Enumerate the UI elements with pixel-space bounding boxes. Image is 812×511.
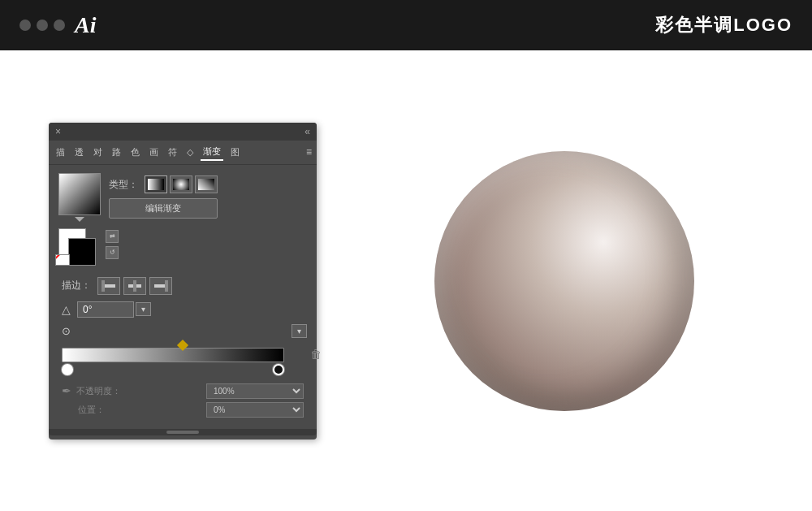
stroke-btn-1[interactable] [97, 277, 120, 295]
maximize-button[interactable] [54, 19, 65, 31]
gradient-panel: × « 描 透 对 路 色 画 符 ◇ 渐变 图 ≡ [49, 123, 317, 440]
main-content: × « 描 透 对 路 色 画 符 ◇ 渐变 图 ≡ [0, 50, 812, 511]
panel-body: 类型： 编辑渐变 [49, 165, 317, 429]
app-name: Ai [75, 12, 96, 38]
gradient-track[interactable] [62, 348, 284, 362]
linear-gradient-btn[interactable] [145, 175, 167, 193]
opacity-label: 不透明度： [76, 385, 201, 397]
position-select[interactable]: 0% 50% 100% [206, 402, 304, 418]
scroll-indicator [166, 431, 199, 434]
stroke-btn-3[interactable] [149, 277, 172, 295]
panel-bottom [49, 429, 317, 435]
type-section: 类型： 编辑渐变 [109, 175, 218, 219]
top-bar-left: Ai [19, 12, 96, 38]
position-label: 位置： [62, 404, 201, 416]
type-buttons [145, 175, 218, 193]
color-swatch-area [58, 228, 99, 269]
panel-collapse-button[interactable]: « [304, 126, 310, 137]
type-row: 类型： 编辑渐变 [58, 173, 307, 222]
gradient-stops [62, 364, 304, 375]
traffic-lights [19, 19, 65, 31]
stroke-row: 描边： [58, 277, 307, 295]
tab-gradient[interactable]: 渐变 [201, 144, 223, 161]
panel-menu-icon[interactable]: ≡ [306, 146, 312, 158]
panel-topbar: × « [49, 123, 317, 141]
svg-marker-1 [102, 280, 105, 292]
gradient-slider-section: 🗑 [58, 348, 307, 375]
opacity-row: ✒ 不透明度： 100% 50% 0% [58, 383, 307, 399]
close-button[interactable] [19, 19, 31, 31]
delete-stop-icon[interactable]: 🗑 [310, 348, 322, 361]
tab-se[interactable]: 色 [128, 145, 142, 160]
radial-gradient-btn[interactable] [170, 175, 192, 193]
stroke-btn-2[interactable] [123, 277, 146, 295]
aspect-row: ⊙ ▾ [58, 324, 307, 338]
position-row: 位置： 0% 50% 100% [58, 402, 307, 418]
tab-miao[interactable]: 描 [54, 145, 67, 160]
gradient-preview[interactable] [58, 173, 101, 215]
tab-tu[interactable]: 图 [228, 145, 242, 160]
background-swatch[interactable] [68, 238, 96, 266]
aspect-dropdown[interactable]: ▾ [292, 324, 307, 338]
angle-icon: △ [62, 303, 71, 316]
minimize-button[interactable] [37, 19, 48, 31]
sphere-container [365, 151, 763, 411]
reset-icon[interactable]: ↺ [106, 246, 119, 259]
small-icons: ⇄ ↺ [106, 230, 119, 259]
tab-hua[interactable]: 画 [147, 145, 161, 160]
eyedropper-icon[interactable]: ✒ [62, 384, 71, 397]
tab-fu[interactable]: 符 [166, 145, 179, 160]
angle-row: △ ▾ [58, 301, 307, 318]
type-label-row: 类型： [109, 175, 218, 193]
top-bar: Ai 彩色半调LOGO [0, 0, 812, 50]
stroke-label: 描边： [62, 279, 91, 292]
edit-gradient-button[interactable]: 编辑渐变 [109, 198, 218, 219]
gradient-stop-black[interactable] [273, 364, 284, 375]
svg-marker-5 [165, 280, 168, 292]
freeform-gradient-btn[interactable] [195, 175, 218, 193]
angle-input[interactable] [77, 301, 134, 318]
aspect-icon: ⊙ [62, 325, 71, 337]
angle-dropdown[interactable]: ▾ [136, 302, 151, 316]
page-title: 彩色半调LOGO [655, 13, 793, 37]
type-label: 类型： [109, 178, 138, 192]
opacity-select[interactable]: 100% 50% 0% [206, 383, 304, 399]
svg-marker-3 [133, 280, 136, 292]
panel-close-button[interactable]: × [55, 126, 61, 137]
tab-tou[interactable]: 透 [72, 145, 86, 160]
gradient-stop-white[interactable] [62, 364, 73, 375]
tab-lu[interactable]: 路 [110, 145, 123, 160]
tab-diamond[interactable]: ◇ [184, 145, 196, 159]
panel-tab-bar: 描 透 对 路 色 画 符 ◇ 渐变 图 ≡ [49, 141, 317, 165]
tab-dui[interactable]: 对 [91, 145, 105, 160]
gradient-sphere [434, 151, 694, 411]
swap-icon[interactable]: ⇄ [106, 230, 119, 243]
